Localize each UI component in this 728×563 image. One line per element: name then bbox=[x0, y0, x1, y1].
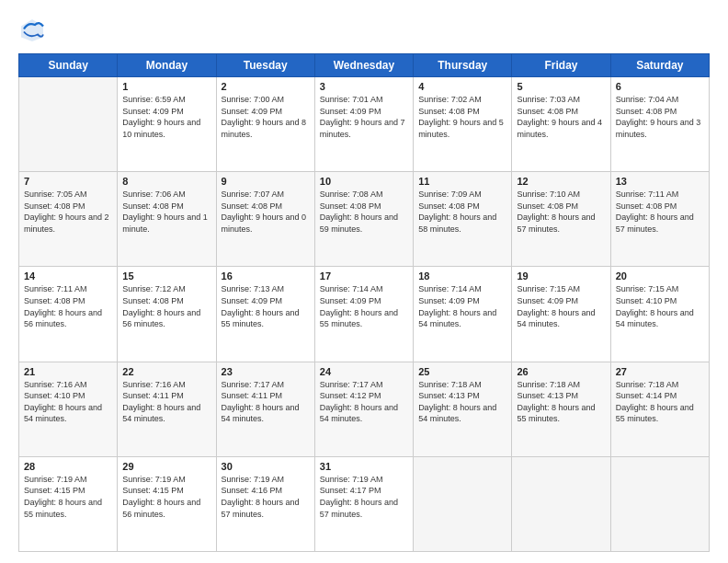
day-number: 13 bbox=[616, 176, 704, 187]
cell-info: Sunrise: 7:01 AMSunset: 4:09 PMDaylight:… bbox=[320, 94, 408, 140]
col-header-wednesday: Wednesday bbox=[314, 54, 413, 77]
day-number: 24 bbox=[320, 366, 408, 377]
cell-info: Sunrise: 7:18 AMSunset: 4:13 PMDaylight:… bbox=[418, 379, 506, 425]
calendar-cell: 12Sunrise: 7:10 AMSunset: 4:08 PMDayligh… bbox=[512, 172, 610, 267]
calendar-cell: 4Sunrise: 7:02 AMSunset: 4:08 PMDaylight… bbox=[414, 77, 512, 172]
logo bbox=[18, 17, 51, 44]
day-number: 22 bbox=[122, 366, 210, 377]
header bbox=[18, 17, 710, 44]
calendar-cell: 19Sunrise: 7:15 AMSunset: 4:09 PMDayligh… bbox=[512, 267, 610, 362]
cell-info: Sunrise: 7:04 AMSunset: 4:08 PMDaylight:… bbox=[616, 94, 704, 140]
cell-info: Sunrise: 7:14 AMSunset: 4:09 PMDaylight:… bbox=[320, 283, 408, 329]
day-number: 21 bbox=[24, 366, 112, 377]
calendar-header-row: SundayMondayTuesdayWednesdayThursdayFrid… bbox=[19, 54, 710, 77]
calendar-cell bbox=[610, 456, 709, 551]
week-row-1: 1Sunrise: 6:59 AMSunset: 4:09 PMDaylight… bbox=[19, 77, 710, 172]
col-header-saturday: Saturday bbox=[610, 54, 709, 77]
calendar-cell: 29Sunrise: 7:19 AMSunset: 4:15 PMDayligh… bbox=[118, 456, 216, 551]
day-number: 28 bbox=[24, 461, 112, 472]
cell-info: Sunrise: 7:15 AMSunset: 4:09 PMDaylight:… bbox=[517, 283, 605, 329]
calendar-cell: 9Sunrise: 7:07 AMSunset: 4:08 PMDaylight… bbox=[216, 172, 314, 267]
cell-info: Sunrise: 7:03 AMSunset: 4:08 PMDaylight:… bbox=[517, 94, 605, 140]
cell-info: Sunrise: 7:10 AMSunset: 4:08 PMDaylight:… bbox=[517, 189, 605, 235]
cell-info: Sunrise: 7:18 AMSunset: 4:13 PMDaylight:… bbox=[517, 379, 605, 425]
day-number: 26 bbox=[517, 366, 605, 377]
day-number: 10 bbox=[320, 176, 408, 187]
cell-info: Sunrise: 7:19 AMSunset: 4:16 PMDaylight:… bbox=[222, 474, 310, 520]
week-row-5: 28Sunrise: 7:19 AMSunset: 4:15 PMDayligh… bbox=[19, 456, 710, 551]
calendar-cell: 1Sunrise: 6:59 AMSunset: 4:09 PMDaylight… bbox=[118, 77, 216, 172]
calendar-cell: 3Sunrise: 7:01 AMSunset: 4:09 PMDaylight… bbox=[314, 77, 413, 172]
cell-info: Sunrise: 7:00 AMSunset: 4:09 PMDaylight:… bbox=[222, 94, 310, 140]
calendar-cell: 5Sunrise: 7:03 AMSunset: 4:08 PMDaylight… bbox=[512, 77, 610, 172]
day-number: 4 bbox=[418, 81, 506, 92]
calendar-cell: 13Sunrise: 7:11 AMSunset: 4:08 PMDayligh… bbox=[610, 172, 709, 267]
calendar-cell bbox=[512, 456, 610, 551]
calendar-cell: 22Sunrise: 7:16 AMSunset: 4:11 PMDayligh… bbox=[118, 362, 216, 456]
calendar-cell: 23Sunrise: 7:17 AMSunset: 4:11 PMDayligh… bbox=[216, 362, 314, 456]
calendar-cell: 17Sunrise: 7:14 AMSunset: 4:09 PMDayligh… bbox=[314, 267, 413, 362]
col-header-monday: Monday bbox=[118, 54, 216, 77]
day-number: 19 bbox=[517, 270, 605, 282]
cell-info: Sunrise: 7:19 AMSunset: 4:15 PMDaylight:… bbox=[122, 474, 210, 520]
day-number: 14 bbox=[24, 270, 112, 282]
week-row-2: 7Sunrise: 7:05 AMSunset: 4:08 PMDaylight… bbox=[19, 172, 710, 267]
calendar-cell bbox=[414, 456, 512, 551]
day-number: 31 bbox=[320, 461, 408, 472]
cell-info: Sunrise: 7:11 AMSunset: 4:08 PMDaylight:… bbox=[616, 189, 704, 235]
cell-info: Sunrise: 7:16 AMSunset: 4:10 PMDaylight:… bbox=[24, 379, 112, 425]
cell-info: Sunrise: 7:08 AMSunset: 4:08 PMDaylight:… bbox=[320, 189, 408, 235]
cell-info: Sunrise: 7:02 AMSunset: 4:08 PMDaylight:… bbox=[418, 94, 506, 140]
calendar-cell: 15Sunrise: 7:12 AMSunset: 4:08 PMDayligh… bbox=[118, 267, 216, 362]
calendar-cell: 16Sunrise: 7:13 AMSunset: 4:09 PMDayligh… bbox=[216, 267, 314, 362]
cell-info: Sunrise: 6:59 AMSunset: 4:09 PMDaylight:… bbox=[122, 94, 210, 140]
col-header-thursday: Thursday bbox=[414, 54, 512, 77]
day-number: 23 bbox=[222, 366, 310, 377]
week-row-4: 21Sunrise: 7:16 AMSunset: 4:10 PMDayligh… bbox=[19, 362, 710, 456]
calendar-cell: 8Sunrise: 7:06 AMSunset: 4:08 PMDaylight… bbox=[118, 172, 216, 267]
calendar-cell: 28Sunrise: 7:19 AMSunset: 4:15 PMDayligh… bbox=[19, 456, 118, 551]
calendar-cell: 7Sunrise: 7:05 AMSunset: 4:08 PMDaylight… bbox=[19, 172, 118, 267]
day-number: 7 bbox=[24, 176, 112, 187]
cell-info: Sunrise: 7:19 AMSunset: 4:15 PMDaylight:… bbox=[24, 474, 112, 520]
cell-info: Sunrise: 7:11 AMSunset: 4:08 PMDaylight:… bbox=[24, 283, 112, 329]
calendar-cell: 11Sunrise: 7:09 AMSunset: 4:08 PMDayligh… bbox=[414, 172, 512, 267]
calendar-cell: 24Sunrise: 7:17 AMSunset: 4:12 PMDayligh… bbox=[314, 362, 413, 456]
day-number: 30 bbox=[222, 461, 310, 472]
cell-info: Sunrise: 7:07 AMSunset: 4:08 PMDaylight:… bbox=[222, 189, 310, 235]
day-number: 27 bbox=[616, 366, 704, 377]
cell-info: Sunrise: 7:14 AMSunset: 4:09 PMDaylight:… bbox=[418, 283, 506, 329]
calendar-cell: 21Sunrise: 7:16 AMSunset: 4:10 PMDayligh… bbox=[19, 362, 118, 456]
day-number: 11 bbox=[418, 176, 506, 187]
day-number: 16 bbox=[222, 270, 310, 282]
day-number: 8 bbox=[122, 176, 210, 187]
logo-icon bbox=[18, 17, 46, 44]
calendar-table: SundayMondayTuesdayWednesdayThursdayFrid… bbox=[18, 53, 710, 552]
calendar-cell: 20Sunrise: 7:15 AMSunset: 4:10 PMDayligh… bbox=[610, 267, 709, 362]
col-header-friday: Friday bbox=[512, 54, 610, 77]
calendar-cell: 30Sunrise: 7:19 AMSunset: 4:16 PMDayligh… bbox=[216, 456, 314, 551]
cell-info: Sunrise: 7:17 AMSunset: 4:12 PMDaylight:… bbox=[320, 379, 408, 425]
day-number: 5 bbox=[517, 81, 605, 92]
day-number: 12 bbox=[517, 176, 605, 187]
cell-info: Sunrise: 7:05 AMSunset: 4:08 PMDaylight:… bbox=[24, 189, 112, 235]
calendar-cell: 6Sunrise: 7:04 AMSunset: 4:08 PMDaylight… bbox=[610, 77, 709, 172]
calendar-cell: 31Sunrise: 7:19 AMSunset: 4:17 PMDayligh… bbox=[314, 456, 413, 551]
cell-info: Sunrise: 7:15 AMSunset: 4:10 PMDaylight:… bbox=[616, 283, 704, 329]
calendar-cell: 10Sunrise: 7:08 AMSunset: 4:08 PMDayligh… bbox=[314, 172, 413, 267]
calendar-cell: 18Sunrise: 7:14 AMSunset: 4:09 PMDayligh… bbox=[414, 267, 512, 362]
day-number: 25 bbox=[418, 366, 506, 377]
calendar-cell: 2Sunrise: 7:00 AMSunset: 4:09 PMDaylight… bbox=[216, 77, 314, 172]
col-header-tuesday: Tuesday bbox=[216, 54, 314, 77]
col-header-sunday: Sunday bbox=[19, 54, 118, 77]
cell-info: Sunrise: 7:12 AMSunset: 4:08 PMDaylight:… bbox=[122, 283, 210, 329]
day-number: 2 bbox=[222, 81, 310, 92]
cell-info: Sunrise: 7:17 AMSunset: 4:11 PMDaylight:… bbox=[222, 379, 310, 425]
cell-info: Sunrise: 7:16 AMSunset: 4:11 PMDaylight:… bbox=[122, 379, 210, 425]
day-number: 1 bbox=[122, 81, 210, 92]
calendar-cell bbox=[19, 77, 118, 172]
day-number: 20 bbox=[616, 270, 704, 282]
cell-info: Sunrise: 7:18 AMSunset: 4:14 PMDaylight:… bbox=[616, 379, 704, 425]
day-number: 17 bbox=[320, 270, 408, 282]
cell-info: Sunrise: 7:06 AMSunset: 4:08 PMDaylight:… bbox=[122, 189, 210, 235]
